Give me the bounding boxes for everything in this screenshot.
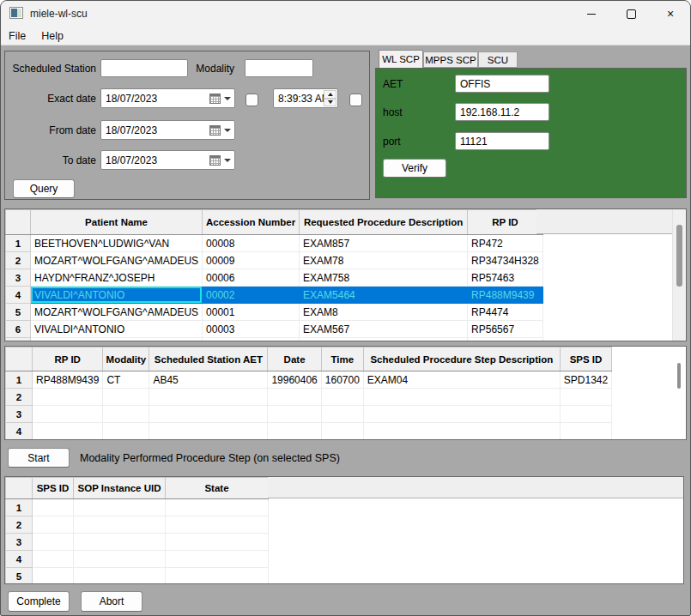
cell[interactable]: CT [103, 371, 149, 389]
column-header[interactable]: Scheduled Procedure Step Description [363, 347, 560, 371]
row-number[interactable]: 2 [6, 389, 33, 406]
exact-date-checkbox[interactable] [245, 94, 258, 106]
aet-input[interactable]: OFFIS [455, 75, 549, 93]
verify-button[interactable]: Verify [383, 159, 446, 178]
row-number[interactable]: 6 [6, 321, 31, 338]
cell[interactable]: 00006 [203, 269, 300, 287]
close-button[interactable]: × [651, 1, 690, 27]
cell[interactable]: SPD1342 [560, 371, 611, 389]
row-number[interactable]: 5 [6, 304, 31, 321]
cell[interactable]: EXAM567 [300, 321, 468, 338]
query-button[interactable]: Query [13, 179, 75, 198]
from-date-dropdown[interactable] [209, 121, 231, 139]
cell[interactable]: 160700 [321, 371, 363, 389]
cell[interactable]: RP488M9439 [33, 371, 103, 389]
cell[interactable] [33, 568, 74, 585]
cell[interactable] [149, 389, 268, 406]
column-header[interactable]: SPS ID [560, 347, 611, 371]
row-number[interactable]: 1 [6, 235, 31, 252]
row-number[interactable]: 5 [6, 568, 33, 585]
cell[interactable] [166, 499, 269, 516]
cell[interactable]: HAYDN^FRANZ^JOSEPH [31, 269, 203, 287]
cell[interactable] [166, 568, 269, 585]
worklist-scrollbar[interactable] [672, 209, 686, 341]
to-date-input[interactable]: 18/07/2023 [100, 150, 235, 170]
row-number[interactable]: 4 [6, 551, 33, 568]
cell[interactable]: EXAM04 [363, 371, 560, 389]
spin-down-button[interactable] [324, 99, 336, 107]
cell[interactable] [363, 406, 560, 423]
title-bar[interactable]: miele-wl-scu × [1, 1, 690, 27]
column-header[interactable]: SOP Instance UID [74, 478, 166, 499]
cell[interactable] [103, 406, 149, 423]
modality-input[interactable] [245, 59, 313, 77]
row-number[interactable]: 1 [6, 371, 33, 389]
column-header[interactable]: State [166, 478, 269, 499]
cell[interactable] [103, 389, 149, 406]
scrollbar-thumb[interactable] [677, 363, 681, 389]
cell[interactable] [33, 499, 74, 516]
cell[interactable] [363, 389, 560, 406]
menu-file[interactable]: File [1, 27, 33, 45]
cell[interactable] [74, 516, 166, 534]
cell[interactable] [33, 534, 74, 551]
cell[interactable]: RP44593 [468, 338, 543, 342]
maximize-button[interactable] [611, 1, 651, 27]
row-number[interactable]: 1 [6, 499, 33, 516]
row-number[interactable]: 3 [6, 406, 33, 423]
row-number[interactable]: 4 [6, 287, 31, 304]
row-number[interactable]: 2 [6, 516, 33, 534]
row-number[interactable]: 3 [6, 534, 33, 551]
cell[interactable]: MOZART^WOLFGANG^AMADEUS [31, 304, 203, 321]
complete-button[interactable]: Complete [8, 591, 70, 612]
cell[interactable]: EXAM5464 [300, 287, 468, 304]
cell[interactable]: 19960406 [268, 371, 321, 389]
menu-help[interactable]: Help [33, 27, 71, 45]
column-header[interactable]: Modality [103, 347, 149, 371]
cell[interactable]: RP57463 [468, 269, 543, 287]
column-header[interactable]: Accession Number [203, 210, 300, 235]
cell[interactable]: BEETHOVEN^LUDWIG^VAN [31, 338, 203, 342]
cell[interactable] [33, 423, 103, 440]
row-header-corner[interactable] [6, 478, 33, 499]
cell[interactable] [33, 516, 74, 534]
cell[interactable] [268, 389, 321, 406]
cell[interactable]: EXAM49 [300, 338, 468, 342]
spin-up-button[interactable] [324, 90, 336, 99]
time-checkbox[interactable] [349, 94, 362, 106]
cell[interactable] [321, 423, 363, 440]
cell[interactable] [74, 551, 166, 568]
cell[interactable] [149, 423, 268, 440]
host-input[interactable]: 192.168.11.2 [455, 103, 549, 121]
row-header-corner[interactable] [6, 210, 31, 235]
tab-scu[interactable]: SCU [478, 51, 518, 68]
cell[interactable]: VIVALDI^ANTONIO [31, 321, 203, 338]
cell[interactable] [149, 406, 268, 423]
row-number[interactable]: 4 [6, 423, 33, 440]
cell[interactable]: 00008 [203, 235, 300, 252]
cell[interactable] [74, 499, 166, 516]
scrollbar-thumb[interactable] [676, 225, 682, 287]
time-input[interactable]: 8:39:33 AM [273, 88, 338, 108]
from-date-input[interactable]: 18/07/2023 [100, 120, 235, 140]
cell[interactable]: RP56567 [468, 321, 543, 338]
column-header[interactable]: Time [321, 347, 363, 371]
cell[interactable] [33, 389, 103, 406]
cell[interactable]: BEETHOVEN^LUDWIG^VAN [31, 235, 203, 252]
cell[interactable]: AB45 [149, 371, 268, 389]
cell[interactable]: EXAM758 [300, 269, 468, 287]
cell[interactable]: MOZART^WOLFGANG^AMADEUS [31, 252, 203, 269]
exact-date-dropdown[interactable] [209, 89, 231, 107]
cell[interactable] [268, 406, 321, 423]
cell[interactable]: RP34734H328 [468, 252, 543, 269]
column-header[interactable]: Date [268, 347, 321, 371]
minimize-button[interactable] [572, 1, 611, 27]
cell[interactable]: EXAM857 [300, 235, 468, 252]
cell[interactable]: RP472 [468, 235, 543, 252]
cell[interactable]: 00003 [203, 321, 300, 338]
cell[interactable] [74, 568, 166, 585]
cell[interactable] [74, 534, 166, 551]
cell[interactable]: EXAM8 [300, 304, 468, 321]
cell[interactable] [363, 423, 560, 440]
cell[interactable] [560, 406, 611, 423]
